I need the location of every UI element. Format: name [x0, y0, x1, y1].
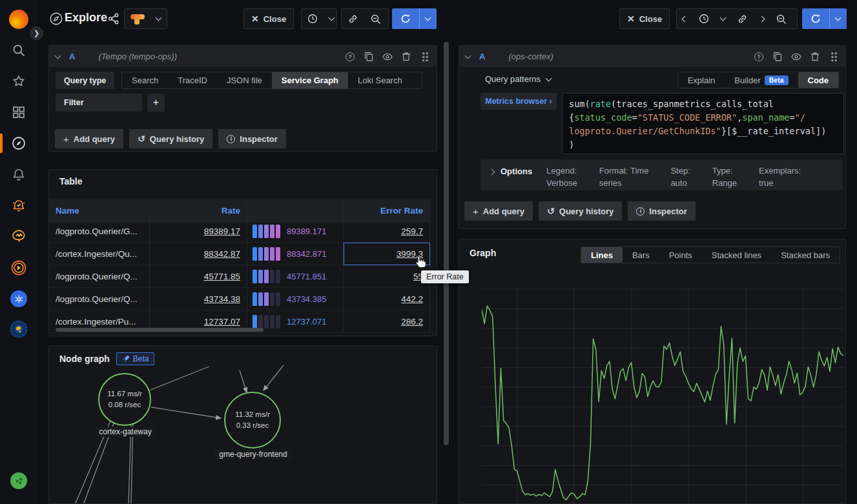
sidebar-expand-button[interactable]: ❯: [30, 26, 43, 40]
disable-query-eye-icon[interactable]: [791, 52, 801, 62]
column-header[interactable]: Name: [49, 199, 150, 222]
kubernetes-icon[interactable]: [0, 285, 37, 313]
synthetic-monitoring-globe-icon[interactable]: [0, 315, 37, 343]
drag-handle-icon[interactable]: [829, 52, 839, 62]
query-type-search[interactable]: Search: [122, 72, 168, 88]
promql-code-editor[interactable]: sum(rate(traces_spanmetrics_calls_total{…: [562, 93, 844, 154]
disable-query-eye-icon[interactable]: [382, 52, 393, 62]
chevron-right-icon: [489, 169, 495, 176]
tempo-logo-icon: [125, 9, 150, 28]
link-icon[interactable]: [731, 9, 754, 28]
span-name-cell: /logproto.Querier/G...: [49, 220, 150, 243]
metrics-browser-link[interactable]: Metrics browser ›: [480, 93, 557, 110]
search-icon[interactable]: [0, 36, 37, 65]
node-stats[interactable]: 11.67 ms/r 0.08 r/sec: [92, 388, 157, 410]
rate-gauge-cell: 45771.851: [247, 265, 344, 288]
graph-style-points[interactable]: Points: [659, 247, 702, 263]
drag-handle-icon[interactable]: [420, 52, 430, 62]
add-filter-button[interactable]: +: [147, 94, 165, 112]
rate-link[interactable]: 88342.87: [204, 249, 240, 259]
move-left-icon[interactable]: [677, 9, 693, 28]
close-icon: ✕: [251, 14, 259, 24]
vertical-scrollbar[interactable]: [444, 42, 449, 445]
copy-icon[interactable]: [364, 52, 374, 62]
time-picker-caret-icon[interactable]: [715, 9, 731, 28]
table-row: /logproto.Querier/Q...45771.8545771.8515…: [49, 265, 430, 288]
column-header[interactable]: Error Rate: [344, 199, 430, 222]
query-type-loki-search[interactable]: Loki Search: [348, 72, 412, 88]
rate-link[interactable]: 43734.38: [204, 294, 240, 304]
graph-style-bars[interactable]: Bars: [623, 247, 659, 263]
explore-compass-icon[interactable]: [0, 129, 37, 157]
zoom-out-icon[interactable]: [364, 9, 387, 28]
query-row-header[interactable]: A (ops-cortex) ?: [459, 46, 845, 67]
graph-style-radio-group: LinesBarsPointsStacked linesStacked bars: [581, 247, 840, 263]
explore-compass-title-icon: [49, 12, 63, 28]
query-history-button[interactable]: ↺Query history: [539, 201, 622, 221]
dashboards-icon[interactable]: [0, 98, 37, 126]
horizontal-scrollbar[interactable]: [56, 328, 263, 332]
zoom-out-icon[interactable]: [770, 9, 792, 28]
run-query-button-right[interactable]: [802, 8, 847, 29]
help-icon[interactable]: ?: [345, 52, 355, 62]
inspector-button[interactable]: iInspector: [628, 201, 696, 221]
query-option: Type:Range: [712, 165, 737, 189]
run-query-button-left[interactable]: [392, 8, 437, 29]
rate-link[interactable]: 89389.17: [204, 227, 240, 236]
machine-learning-icon[interactable]: [0, 222, 37, 250]
refresh-caret-icon: [829, 8, 846, 29]
query-option: Legend:Verbose: [546, 165, 577, 189]
error-rate-link[interactable]: 259.7: [401, 227, 423, 236]
graph-style-stacked-lines[interactable]: Stacked lines: [702, 247, 771, 263]
editor-mode-code[interactable]: Code: [798, 72, 839, 88]
query-history-button[interactable]: ↺Query history: [129, 129, 212, 148]
trash-icon[interactable]: [810, 52, 820, 62]
time-series-chart[interactable]: [482, 278, 843, 504]
editor-mode-builder[interactable]: BuilderBeta: [725, 72, 798, 88]
filter-field[interactable]: Filter: [56, 94, 142, 112]
incident-icon[interactable]: [0, 254, 37, 282]
node-graph-panel: Node graph Beta 11.6: [48, 345, 437, 504]
add-query-button[interactable]: +Add query: [464, 201, 533, 221]
plugin-green-icon[interactable]: [0, 467, 37, 495]
query-type-json-file[interactable]: JSON file: [217, 72, 272, 88]
alerting-bell-icon[interactable]: [0, 160, 37, 188]
alerts-plugin-icon[interactable]: [0, 191, 37, 219]
share-icon[interactable]: [108, 13, 119, 27]
copy-icon[interactable]: [772, 52, 783, 62]
editor-mode-explain[interactable]: Explain: [678, 72, 725, 88]
close-split-button-right[interactable]: ✕ Close: [619, 8, 670, 29]
refresh-icon: [392, 8, 419, 29]
time-picker-left[interactable]: [301, 8, 337, 29]
query-type-label: Query type: [56, 72, 114, 89]
help-icon[interactable]: ?: [754, 52, 764, 62]
column-header[interactable]: [247, 199, 344, 222]
builder-beta-badge: Beta: [765, 76, 789, 85]
graph-style-lines[interactable]: Lines: [581, 247, 623, 263]
starred-icon[interactable]: [0, 67, 37, 96]
close-split-button-left[interactable]: ✕ Close: [243, 8, 294, 29]
link-icon[interactable]: [342, 9, 364, 28]
rate-link[interactable]: 45771.85: [204, 272, 240, 281]
query-type-traceid[interactable]: TraceID: [168, 72, 217, 88]
secondary-actions-left: +Add query↺Query historyiInspector: [55, 129, 286, 148]
query-type-service-graph[interactable]: Service Graph: [272, 72, 348, 88]
query-options-bar[interactable]: Options Legend:VerboseFormat: Timeseries…: [480, 159, 842, 190]
clock-icon[interactable]: [693, 9, 715, 28]
add-query-button[interactable]: +Add query: [55, 129, 123, 148]
error-rate-link[interactable]: 286.2: [401, 317, 423, 327]
datasource-picker[interactable]: [124, 8, 167, 29]
node-stats[interactable]: 11.32 ms/r 0.33 r/sec: [220, 409, 285, 431]
rate-link[interactable]: 12737.07: [204, 317, 240, 327]
move-right-icon[interactable]: [754, 9, 770, 28]
error-rate-link[interactable]: 442.2: [401, 294, 423, 304]
mouse-cursor: [415, 256, 426, 271]
query-option: Step:auto: [670, 165, 690, 189]
inspector-button[interactable]: iInspector: [218, 129, 286, 148]
query-patterns-dropdown[interactable]: Query patterns: [485, 74, 551, 84]
trash-icon[interactable]: [401, 52, 411, 62]
column-header[interactable]: Rate: [150, 199, 247, 222]
graph-style-stacked-bars[interactable]: Stacked bars: [771, 247, 840, 263]
query-datasource-label: (ops-cortex): [508, 52, 553, 61]
query-row-header[interactable]: A (Tempo (tempo-ops)) ?: [49, 46, 437, 67]
